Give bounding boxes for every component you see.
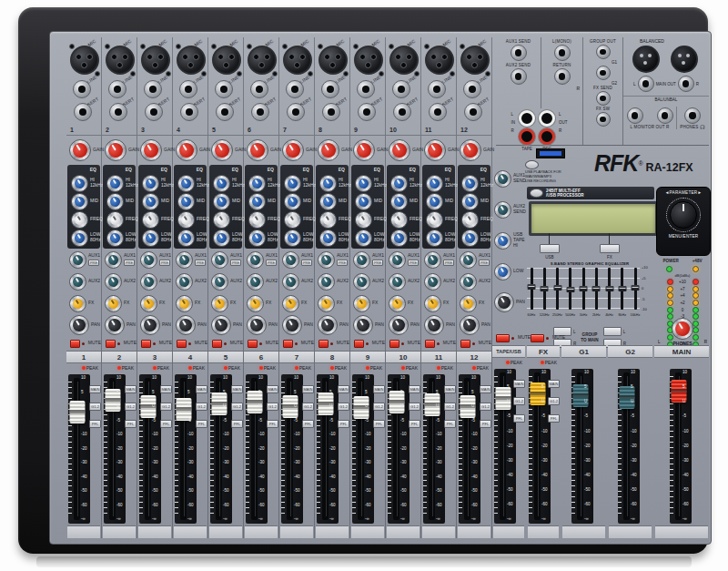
gain-knob[interactable] — [318, 139, 339, 161]
fx-send-knob[interactable] — [69, 295, 86, 312]
eq-low-knob[interactable] — [142, 229, 159, 247]
geq-slider[interactable] — [580, 286, 588, 291]
aux1-knob[interactable] — [389, 251, 406, 269]
pan-knob[interactable] — [318, 315, 338, 335]
assign-main-button[interactable]: MAIN — [89, 385, 101, 393]
pfl-button[interactable]: PFL — [267, 420, 278, 428]
main-fader[interactable] — [675, 372, 682, 520]
fx-fader[interactable] — [534, 372, 541, 520]
eq-low-knob[interactable] — [426, 229, 443, 247]
eq-mid-knob[interactable] — [390, 193, 408, 210]
eq-freq-knob[interactable] — [390, 211, 408, 229]
assign-group-button[interactable]: G1-2 — [89, 403, 101, 411]
aux1-pre-button[interactable]: PRE — [337, 260, 348, 266]
pan-knob[interactable] — [69, 315, 89, 335]
eq-mid-knob[interactable] — [319, 193, 337, 210]
eq-freq-knob[interactable] — [461, 211, 479, 229]
eq-low-knob[interactable] — [213, 229, 230, 247]
eq-hi-knob[interactable] — [355, 175, 372, 192]
g2-to-main-l-button[interactable] — [603, 327, 622, 336]
eq-freq-knob[interactable] — [177, 211, 195, 229]
gain-knob[interactable] — [69, 139, 91, 161]
eq-freq-knob[interactable] — [106, 211, 124, 229]
channel-fader[interactable] — [251, 378, 258, 520]
assign-group-button[interactable]: G1-2 — [196, 403, 207, 411]
assign-main-button[interactable]: MAIN — [160, 385, 172, 393]
pan-knob[interactable] — [247, 315, 267, 335]
pfl-button[interactable]: PFL — [409, 420, 420, 428]
fx-mute-button[interactable] — [531, 334, 544, 342]
assign-group-button[interactable]: G1-2 — [373, 403, 385, 411]
parameter-knob[interactable] — [670, 201, 697, 229]
eq-hi-knob[interactable] — [426, 175, 443, 192]
gain-knob[interactable] — [353, 139, 375, 161]
eq-low-knob[interactable] — [106, 229, 124, 247]
eq-hi-knob[interactable] — [142, 175, 159, 192]
aux1-pre-button[interactable]: PRE — [124, 260, 135, 266]
fx-mode-button[interactable] — [600, 244, 620, 253]
assign-main-button[interactable]: MAIN — [480, 385, 491, 393]
assign-group-button[interactable]: G1-2 — [548, 397, 560, 405]
aux1-pre-button[interactable]: PRE — [195, 260, 206, 266]
fx-send-knob[interactable] — [318, 295, 335, 312]
assign-main-button[interactable]: MAIN — [548, 380, 560, 388]
aux1-pre-button[interactable]: PRE — [266, 260, 277, 266]
assign-group-button[interactable]: G1-2 — [231, 403, 243, 411]
tape-mute-button[interactable] — [496, 334, 510, 342]
aux2-knob[interactable] — [176, 273, 193, 291]
channel-fader[interactable] — [464, 378, 470, 520]
assign-group-button[interactable]: G1-2 — [409, 403, 420, 411]
pfl-button[interactable]: PFL — [480, 420, 491, 428]
eq-mid-knob[interactable] — [355, 193, 372, 210]
pfl-button[interactable]: PFL — [548, 414, 560, 423]
assign-main-button[interactable]: MAIN — [409, 385, 420, 393]
channel-fader[interactable] — [322, 378, 329, 520]
mute-button[interactable] — [283, 340, 293, 348]
tape-pan-knob[interactable] — [494, 292, 514, 312]
eq-freq-knob[interactable] — [71, 211, 88, 229]
aux1-knob[interactable] — [318, 251, 335, 269]
pan-knob[interactable] — [353, 315, 373, 335]
aux1-knob[interactable] — [176, 251, 193, 269]
eq-low-knob[interactable] — [177, 229, 195, 247]
assign-group-button[interactable]: G1-2 — [513, 397, 525, 405]
aux1-pre-button[interactable]: PRE — [159, 260, 170, 266]
pan-knob[interactable] — [176, 315, 196, 335]
eq-mid-knob[interactable] — [248, 193, 266, 210]
fx-send-knob[interactable] — [211, 295, 228, 312]
pan-knob[interactable] — [211, 315, 231, 335]
aux2-knob[interactable] — [318, 273, 335, 291]
mute-button[interactable] — [212, 340, 222, 348]
fx-send-knob[interactable] — [424, 295, 441, 312]
geq-slider[interactable] — [528, 284, 536, 290]
aux2-knob[interactable] — [247, 273, 264, 291]
eq-freq-knob[interactable] — [248, 211, 266, 229]
eq-hi-knob[interactable] — [390, 175, 408, 192]
mute-button[interactable] — [106, 340, 116, 348]
aux1-pre-button[interactable]: PRE — [301, 260, 312, 266]
eq-mid-knob[interactable] — [106, 193, 124, 210]
mute-button[interactable] — [141, 340, 151, 348]
aux1-knob[interactable] — [140, 251, 157, 269]
pan-knob[interactable] — [140, 315, 160, 335]
eq-hi-knob[interactable] — [71, 175, 88, 192]
fx-send-knob[interactable] — [353, 295, 370, 312]
eq-freq-knob[interactable] — [355, 211, 372, 229]
channel-fader[interactable] — [145, 378, 151, 520]
eq-hi-knob[interactable] — [213, 175, 230, 192]
aux1-pre-button[interactable]: PRE — [479, 260, 490, 266]
eq-mid-knob[interactable] — [213, 193, 230, 210]
fx-send-knob[interactable] — [282, 295, 299, 312]
assign-group-button[interactable]: G1-2 — [160, 403, 172, 411]
gain-knob[interactable] — [140, 139, 162, 161]
aux1-knob[interactable] — [211, 251, 228, 269]
eq-mid-knob[interactable] — [461, 193, 479, 210]
channel-fader[interactable] — [287, 378, 293, 520]
pfl-button[interactable]: PFL — [338, 420, 349, 428]
eq-hi-knob[interactable] — [319, 175, 337, 192]
eq-low-knob[interactable] — [355, 229, 372, 247]
aux2-knob[interactable] — [389, 273, 406, 291]
mute-button[interactable] — [177, 340, 187, 348]
eq-low-knob[interactable] — [319, 229, 337, 247]
assign-group-button[interactable]: G1-2 — [480, 403, 491, 411]
